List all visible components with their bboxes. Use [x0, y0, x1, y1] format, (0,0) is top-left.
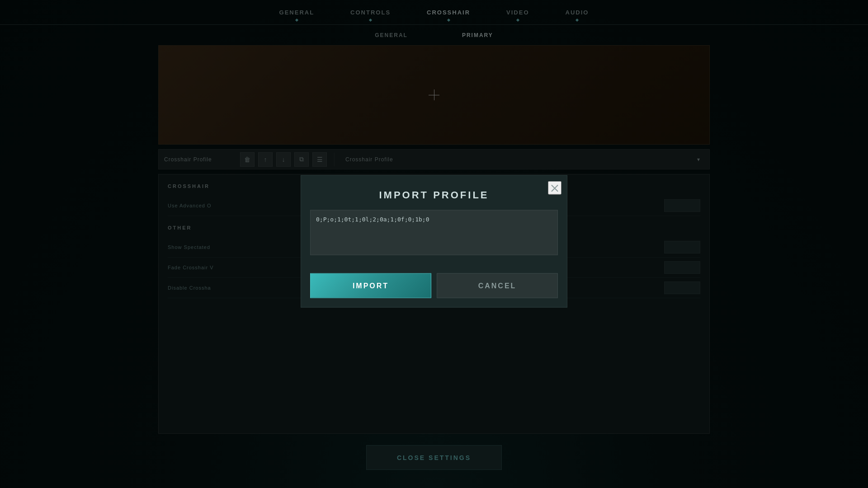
modal-body — [301, 210, 567, 266]
modal-title: IMPORT PROFILE — [301, 176, 567, 210]
import-button[interactable]: IMPORT — [310, 273, 431, 298]
profile-code-input[interactable] — [310, 210, 558, 255]
close-icon — [550, 183, 559, 192]
modal-overlay: IMPORT PROFILE IMPORT CANCEL — [0, 0, 868, 488]
modal-close-button[interactable] — [548, 181, 561, 195]
modal-buttons: IMPORT CANCEL — [301, 266, 567, 307]
import-profile-modal: IMPORT PROFILE IMPORT CANCEL — [301, 175, 567, 308]
cancel-button[interactable]: CANCEL — [437, 273, 558, 298]
